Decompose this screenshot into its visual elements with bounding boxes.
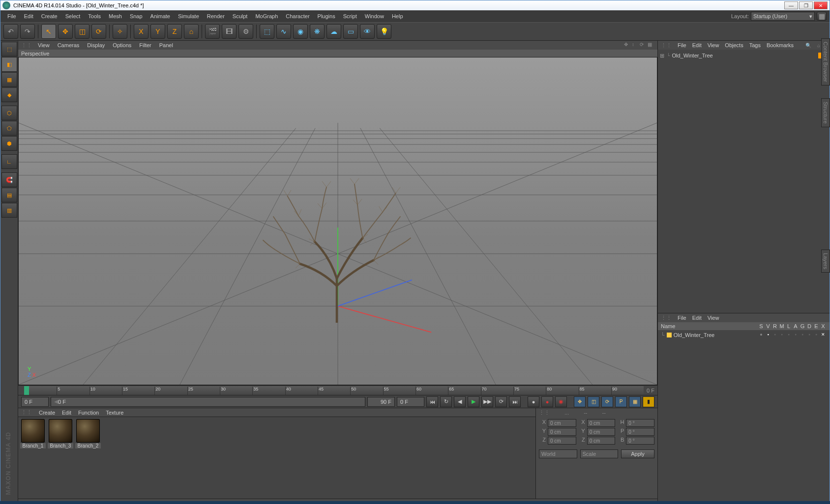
workplane-button[interactable]: ◆ [1, 87, 17, 102]
render-pv-button[interactable]: 🎞 [222, 24, 237, 39]
side-tab-content-browser[interactable]: Content Browser [821, 38, 830, 85]
menu-simulate[interactable]: Simulate [174, 11, 203, 21]
menu-select[interactable]: Select [61, 11, 85, 21]
menu-edit[interactable]: Edit [20, 11, 37, 21]
polygon-mode-button[interactable]: ⬢ [1, 136, 17, 151]
flag-e[interactable]: ▫ [813, 332, 820, 338]
key-pos-button[interactable]: ✥ [574, 396, 586, 407]
record-button[interactable]: ● [528, 396, 539, 407]
obj-file-menu[interactable]: File [678, 42, 686, 48]
axis-x-button[interactable]: X [134, 24, 148, 39]
side-tab-structure[interactable]: Structure [821, 98, 830, 127]
key-param-button[interactable]: P [615, 396, 627, 407]
display-menu[interactable]: Display [83, 42, 109, 48]
layer-view-menu[interactable]: View [708, 315, 719, 321]
material-item[interactable]: Branch_1 [20, 419, 46, 497]
render-settings-button[interactable]: ⚙ [238, 24, 253, 39]
view-nav1-icon[interactable]: ✥ [624, 42, 631, 49]
render-view-button[interactable]: 🎬 [205, 24, 220, 39]
snap-toggle-button[interactable]: 🧲 [1, 172, 17, 187]
menu-tools[interactable]: Tools [84, 11, 105, 21]
view-nav4-icon[interactable]: ▦ [648, 42, 654, 49]
add-primitive-button[interactable]: ⬚ [260, 24, 274, 39]
material-item[interactable]: Branch_3 [48, 419, 73, 497]
lock-workplane-button[interactable]: ▥ [1, 203, 17, 218]
close-button[interactable]: ✕ [814, 1, 828, 9]
model-mode-button[interactable]: ◧ [1, 57, 17, 72]
coord-pos-field[interactable]: 0 cm [548, 437, 576, 445]
material-item[interactable]: Branch_2 [75, 419, 101, 497]
range-slider[interactable]: ◀ 0 F [51, 397, 365, 407]
menu-snap[interactable]: Snap [126, 11, 147, 21]
coord-mode-dropdown[interactable]: Scale [580, 449, 619, 458]
layer-edit-menu[interactable]: Edit [692, 315, 702, 321]
object-name[interactable]: Old_Winter_Tree [672, 53, 712, 58]
object-row[interactable]: ⊞ └ Old_Winter_Tree ▫ [660, 52, 828, 59]
coord-rot-field[interactable]: 0 ° [626, 428, 654, 436]
layout-extra-icon[interactable]: ▦ [817, 12, 827, 21]
flag-d[interactable]: ▫ [806, 332, 813, 338]
options-menu[interactable]: Options [109, 42, 135, 48]
select-tool-button[interactable]: ↖ [41, 24, 56, 39]
layer-name[interactable]: Old_Winter_Tree [674, 332, 756, 338]
add-scene-button[interactable]: 💡 [377, 24, 391, 39]
next-frame-button[interactable]: ▶▶ [481, 396, 493, 407]
layer-row[interactable]: └ Old_Winter_Tree ● ▪ ▫ ▫ ▫ ▫ ▫ ▫ ▫ [661, 331, 827, 339]
filter-menu[interactable]: Filter [135, 42, 155, 48]
menu-sculpt[interactable]: Sculpt [229, 11, 252, 21]
minimize-button[interactable]: — [784, 1, 798, 9]
view-menu[interactable]: View [34, 42, 54, 48]
mat-edit-menu[interactable]: Edit [62, 410, 71, 416]
coord-size-field[interactable]: 0 cm [587, 419, 616, 427]
flag-m[interactable]: ▫ [778, 332, 785, 338]
coord-space-dropdown[interactable]: World [539, 449, 577, 458]
flag-s[interactable]: ● [758, 332, 765, 338]
side-tab-layers[interactable]: Layers [821, 250, 830, 273]
menu-render[interactable]: Render [203, 11, 229, 21]
workplane-options-button[interactable]: ▤ [1, 188, 17, 202]
coord-rot-field[interactable]: 0 ° [626, 419, 654, 427]
flag-v[interactable]: ▪ [765, 332, 771, 338]
add-spline-button[interactable]: ∿ [276, 24, 291, 39]
coord-system-button[interactable]: ⌂ [184, 24, 199, 39]
panel-menu[interactable]: Panel [155, 42, 177, 48]
mat-texture-menu[interactable]: Texture [106, 410, 123, 416]
prev-frame-button[interactable]: ◀ [454, 396, 466, 407]
flag-r[interactable]: ▫ [771, 332, 778, 338]
maxrestore-button[interactable]: ❐ [799, 1, 813, 9]
move-tool-button[interactable]: ✥ [58, 24, 73, 39]
coord-pos-field[interactable]: 0 cm [548, 428, 576, 436]
menu-window[interactable]: Window [361, 11, 388, 21]
obj-tags-menu[interactable]: Tags [749, 42, 761, 48]
play-button[interactable]: ▶ [468, 396, 479, 407]
coord-size-field[interactable]: 0 cm [587, 428, 616, 436]
range-end-field[interactable]: 90 F [367, 397, 395, 407]
layout-dropdown[interactable]: Startup (User)▾ [751, 12, 815, 21]
menu-help[interactable]: Help [388, 11, 407, 21]
range-cur-field[interactable]: 0 F [397, 397, 424, 407]
key-pla-button[interactable]: ▦ [629, 396, 641, 407]
mat-create-menu[interactable]: Create [39, 410, 55, 416]
obj-edit-menu[interactable]: Edit [692, 42, 702, 48]
add-camera-button[interactable]: ▭ [343, 24, 358, 39]
menu-character[interactable]: Character [282, 11, 313, 21]
playhead[interactable] [24, 386, 29, 395]
view-nav2-icon[interactable]: ↕ [632, 42, 639, 49]
axis-y-button[interactable]: Y [150, 24, 165, 39]
add-environment-button[interactable]: ☁ [326, 24, 341, 39]
coord-rot-field[interactable]: 0 ° [626, 437, 654, 445]
flag-a[interactable]: ▫ [792, 332, 799, 338]
goto-end-button[interactable]: ⏭ [509, 396, 521, 407]
undo-button[interactable]: ↶ [3, 24, 18, 39]
point-mode-button[interactable]: ⬡ [1, 106, 17, 120]
keyframe-button[interactable]: ◉ [555, 396, 567, 407]
menu-script[interactable]: Script [339, 11, 361, 21]
make-editable-button[interactable]: ⬚ [1, 42, 17, 56]
cameras-menu[interactable]: Cameras [54, 42, 84, 48]
menu-create[interactable]: Create [37, 11, 61, 21]
rotate-tool-button[interactable]: ⟳ [91, 24, 106, 39]
coord-pos-field[interactable]: 0 cm [548, 419, 576, 427]
obj-search-icon[interactable]: 🔍 [805, 43, 811, 48]
flag-l[interactable]: ▫ [785, 332, 792, 338]
loop-button[interactable]: ↻ [440, 396, 452, 407]
